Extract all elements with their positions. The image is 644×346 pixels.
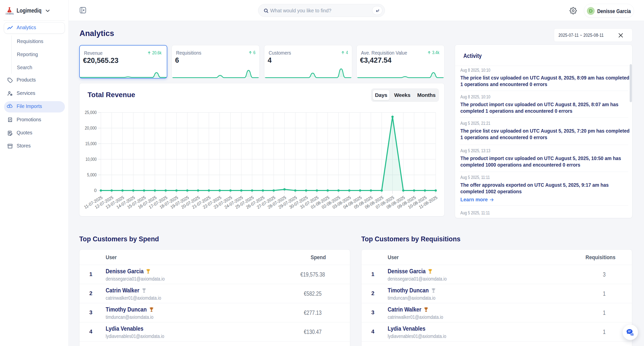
svg-text:5,000: 5,000 xyxy=(87,172,97,177)
svg-text:10,000: 10,000 xyxy=(86,157,97,162)
svg-text:15,000: 15,000 xyxy=(85,141,97,146)
svg-text:LOGIMEDIQ: LOGIMEDIQ xyxy=(6,13,14,15)
svg-text:25,000: 25,000 xyxy=(85,110,97,115)
svg-text:20,000: 20,000 xyxy=(85,126,97,131)
svg-text:0: 0 xyxy=(94,188,97,193)
